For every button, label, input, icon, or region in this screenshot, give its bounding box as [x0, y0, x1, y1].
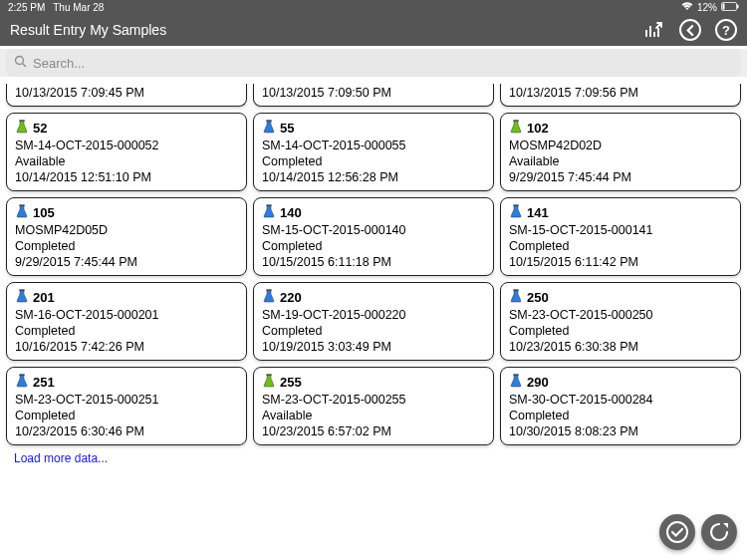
sample-card[interactable]: 201 SM-16-OCT-2015-000201 Completed 10/1…	[6, 282, 247, 361]
sample-name: SM-15-OCT-2015-000141	[509, 223, 732, 237]
sample-status: Available	[15, 154, 238, 168]
sample-card[interactable]: 52 SM-14-OCT-2015-000052 Available 10/14…	[6, 113, 247, 191]
svg-rect-5	[266, 121, 272, 122]
wifi-icon	[681, 2, 693, 13]
svg-rect-11	[266, 290, 272, 291]
sample-timestamp: 10/23/2015 6:30:46 PM	[15, 424, 238, 438]
svg-rect-9	[513, 205, 519, 206]
load-more-link[interactable]: Load more data...	[6, 445, 741, 471]
sample-timestamp: 10/15/2015 6:11:18 PM	[262, 255, 485, 269]
sample-id: 290	[527, 375, 549, 390]
sample-card[interactable]: 251 SM-23-OCT-2015-000251 Completed 10/2…	[6, 367, 247, 445]
sample-name: SM-19-OCT-2015-000220	[262, 308, 485, 322]
sample-status: Completed	[509, 239, 732, 253]
sample-id: 141	[527, 205, 549, 220]
sample-card[interactable]: 141 SM-15-OCT-2015-000141 Completed 10/1…	[500, 197, 741, 276]
flask-icon	[15, 204, 29, 221]
sample-name: SM-23-OCT-2015-000255	[262, 393, 485, 407]
status-bar: 2:25 PM Thu Mar 28 12%	[0, 0, 747, 14]
page-title: Result Entry My Samples	[10, 22, 643, 38]
sample-name: SM-23-OCT-2015-000251	[15, 393, 238, 407]
flask-icon	[262, 204, 276, 221]
search-icon	[14, 55, 27, 71]
sample-status: Completed	[509, 324, 732, 338]
sample-timestamp: 9/29/2015 7:45:44 PM	[509, 170, 732, 184]
svg-rect-10	[19, 290, 25, 291]
sample-card[interactable]: 290 SM-30-OCT-2015-000284 Completed 10/3…	[500, 367, 741, 445]
sample-id: 201	[33, 290, 55, 305]
flask-icon	[509, 120, 523, 137]
sample-timestamp: 10/16/2015 7:42:26 PM	[15, 340, 238, 354]
sample-id: 140	[280, 205, 302, 220]
refresh-button[interactable]	[701, 514, 737, 550]
sample-timestamp: 10/30/2015 8:08:23 PM	[509, 424, 732, 438]
sample-name: SM-14-OCT-2015-000055	[262, 139, 485, 152]
sample-name: SM-23-OCT-2015-000250	[509, 308, 732, 322]
svg-rect-15	[513, 375, 519, 376]
sample-timestamp: 10/19/2015 3:03:49 PM	[262, 340, 485, 354]
flask-icon	[262, 374, 276, 391]
sample-name: MOSMP42D02D	[509, 139, 732, 152]
sample-card-partial[interactable]: 10/13/2015 7:09:50 PM	[253, 84, 494, 107]
flask-icon	[509, 374, 523, 391]
flask-icon	[15, 120, 29, 137]
sample-timestamp: 10/13/2015 7:09:56 PM	[509, 86, 732, 100]
svg-rect-4	[19, 121, 25, 122]
sample-card[interactable]: 140 SM-15-OCT-2015-000140 Completed 10/1…	[253, 197, 494, 276]
flask-icon	[15, 289, 29, 306]
sample-card-partial[interactable]: 10/13/2015 7:09:56 PM	[500, 84, 741, 107]
svg-rect-2	[737, 4, 739, 8]
sample-name: SM-16-OCT-2015-000201	[15, 308, 238, 322]
sample-card[interactable]: 250 SM-23-OCT-2015-000250 Completed 10/2…	[500, 282, 741, 361]
sample-id: 52	[33, 121, 47, 136]
sample-id: 102	[527, 121, 549, 136]
sample-id: 220	[280, 290, 302, 305]
flask-icon	[262, 289, 276, 306]
sample-status: Available	[262, 409, 485, 422]
battery-icon	[721, 2, 739, 13]
confirm-button[interactable]	[659, 514, 695, 550]
sample-timestamp: 10/15/2015 6:11:42 PM	[509, 255, 732, 269]
sample-timestamp: 10/13/2015 7:09:50 PM	[262, 86, 485, 100]
sample-timestamp: 9/29/2015 7:45:44 PM	[15, 255, 238, 269]
sample-timestamp: 10/23/2015 6:30:38 PM	[509, 340, 732, 354]
sample-card[interactable]: 102 MOSMP42D02D Available 9/29/2015 7:45…	[500, 113, 741, 191]
sample-status: Completed	[262, 154, 485, 168]
sample-status: Completed	[15, 324, 238, 338]
sample-timestamp: 10/23/2015 6:57:02 PM	[262, 424, 485, 438]
battery-percent: 12%	[697, 2, 717, 13]
sample-status: Completed	[262, 239, 485, 253]
sample-status: Completed	[262, 324, 485, 338]
sample-card[interactable]: 105 MOSMP42D05D Completed 9/29/2015 7:45…	[6, 197, 247, 276]
svg-point-16	[667, 522, 687, 542]
svg-point-3	[16, 57, 24, 65]
search-input[interactable]: Search...	[6, 49, 741, 77]
samples-content: 10/13/2015 7:09:45 PM10/13/2015 7:09:50 …	[0, 80, 747, 475]
svg-rect-12	[513, 290, 519, 291]
sample-id: 251	[33, 375, 55, 390]
chart-share-icon[interactable]	[643, 19, 665, 41]
sample-card[interactable]: 55 SM-14-OCT-2015-000055 Completed 10/14…	[253, 113, 494, 191]
flask-icon	[15, 374, 29, 391]
flask-icon	[262, 120, 276, 137]
back-button[interactable]	[679, 19, 701, 41]
sample-card[interactable]: 255 SM-23-OCT-2015-000255 Available 10/2…	[253, 367, 494, 445]
sample-card[interactable]: 220 SM-19-OCT-2015-000220 Completed 10/1…	[253, 282, 494, 361]
svg-rect-7	[19, 205, 25, 206]
help-button[interactable]: ?	[715, 19, 737, 41]
sample-timestamp: 10/14/2015 12:56:28 PM	[262, 170, 485, 184]
svg-rect-6	[513, 121, 519, 122]
sample-status: Completed	[15, 409, 238, 422]
sample-id: 55	[280, 121, 294, 136]
flask-icon	[509, 204, 523, 221]
svg-rect-13	[19, 375, 25, 376]
sample-id: 105	[33, 205, 55, 220]
svg-rect-14	[266, 375, 272, 376]
sample-timestamp: 10/13/2015 7:09:45 PM	[15, 86, 238, 100]
sample-name: SM-15-OCT-2015-000140	[262, 223, 485, 237]
flask-icon	[509, 289, 523, 306]
sample-status: Completed	[15, 239, 238, 253]
sample-card-partial[interactable]: 10/13/2015 7:09:45 PM	[6, 84, 247, 107]
search-placeholder: Search...	[33, 56, 85, 71]
sample-status: Completed	[509, 409, 732, 422]
